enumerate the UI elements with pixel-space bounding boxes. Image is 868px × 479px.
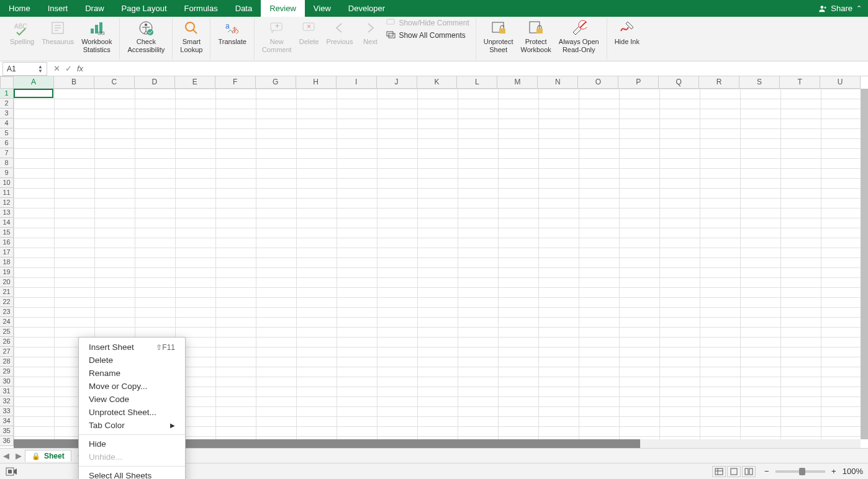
collapse-ribbon-icon[interactable]: ⌃ [856,4,862,12]
column-header[interactable]: D [135,76,175,89]
name-box[interactable]: A1 ▲▼ [2,62,47,76]
smart-lookup-button[interactable]: Smart Lookup [176,18,206,55]
hide-ink-button[interactable]: Hide Ink [611,18,643,47]
row-header[interactable]: 19 [0,267,14,277]
enter-formula-icon[interactable]: ✓ [65,64,72,73]
column-header[interactable]: K [417,76,458,89]
translate-button[interactable]: aあ Translate [214,18,250,47]
row-header[interactable]: 36 [0,436,14,446]
column-header[interactable]: M [497,76,538,89]
row-header[interactable]: 18 [0,257,14,267]
name-box-spinner[interactable]: ▲▼ [38,65,43,73]
row-header[interactable]: 2 [0,99,14,109]
column-header[interactable]: U [820,76,861,89]
row-header[interactable]: 34 [0,416,14,426]
row-header[interactable]: 14 [0,218,14,228]
normal-view-button[interactable] [712,466,726,477]
macro-record-icon[interactable] [5,466,17,477]
ctx-rename[interactable]: Rename [79,367,185,380]
column-header[interactable]: A [14,76,54,89]
column-header[interactable]: H [296,76,337,89]
tab-page-layout[interactable]: Page Layout [113,0,176,17]
tab-home[interactable]: Home [0,0,39,17]
spelling-button[interactable]: ABC Spelling [6,18,38,47]
ctx-select-all-sheets[interactable]: Select All Sheets [79,469,185,479]
fx-label[interactable]: fx [77,64,83,73]
always-open-read-only-button[interactable]: Always Open Read-Only [555,18,603,55]
column-header[interactable]: I [337,76,377,89]
row-header[interactable]: 25 [0,327,14,337]
row-header[interactable]: 3 [0,109,14,119]
unprotect-sheet-button[interactable]: Unprotect Sheet [480,18,517,55]
tab-view[interactable]: View [305,0,340,17]
row-header[interactable]: 28 [0,357,14,367]
ctx-hide[interactable]: Hide [79,437,185,450]
row-header[interactable]: 35 [0,426,14,436]
zoom-out-button[interactable]: − [762,467,772,476]
row-header[interactable]: 26 [0,337,14,347]
row-header[interactable]: 24 [0,317,14,327]
column-header[interactable]: Q [659,76,699,89]
sheet-tab[interactable]: 🔒 Sheet [25,450,71,462]
ctx-view-code[interactable]: View Code [79,393,185,406]
page-layout-view-button[interactable] [727,466,741,477]
row-header[interactable]: 16 [0,238,14,248]
ctx-unprotect-sheet[interactable]: Unprotect Sheet... [79,406,185,419]
delete-comment-button[interactable]: × Delete [296,18,323,47]
tab-developer[interactable]: Developer [340,0,394,17]
select-all-corner[interactable] [0,76,14,89]
row-header[interactable]: 20 [0,277,14,287]
zoom-slider[interactable] [775,470,825,473]
workbook-statistics-button[interactable]: 123 Workbook Statistics [78,18,115,55]
row-header[interactable]: 33 [0,406,14,416]
tab-formulas[interactable]: Formulas [176,0,227,17]
row-header[interactable]: 4 [0,119,14,128]
column-header[interactable]: J [377,76,417,89]
column-header[interactable]: N [538,76,578,89]
column-header[interactable]: O [578,76,618,89]
sheet-nav-next[interactable]: ▶ [12,451,25,460]
row-header[interactable]: 30 [0,377,14,387]
column-header[interactable]: T [780,76,820,89]
zoom-level[interactable]: 100% [843,467,863,476]
row-header[interactable]: 21 [0,287,14,297]
column-header[interactable]: G [256,76,296,89]
sheet-nav-prev[interactable]: ◀ [0,451,12,460]
row-header[interactable]: 11 [0,188,14,198]
formula-input[interactable] [89,62,868,76]
column-header[interactable]: E [175,76,215,89]
tab-review[interactable]: Review [261,0,305,17]
vertical-scrollbar[interactable] [861,89,868,439]
row-header[interactable]: 29 [0,367,14,377]
column-header[interactable]: P [618,76,659,89]
show-hide-comment-button[interactable]: Show/Hide Comment [386,18,469,28]
tab-data[interactable]: Data [227,0,261,17]
row-header[interactable]: 6 [0,138,14,148]
row-header[interactable]: 22 [0,297,14,307]
check-accessibility-button[interactable]: Check Accessibility [124,18,168,55]
column-header[interactable]: F [215,76,256,89]
ctx-delete[interactable]: Delete [79,354,185,367]
row-header[interactable]: 32 [0,396,14,406]
column-header[interactable]: L [457,76,497,89]
thesaurus-button[interactable]: Thesaurus [38,18,78,47]
ctx-move-copy[interactable]: Move or Copy... [79,380,185,393]
row-header[interactable]: 17 [0,248,14,257]
tab-draw[interactable]: Draw [76,0,112,17]
row-header[interactable]: 1 [0,89,14,99]
row-header[interactable]: 27 [0,347,14,357]
row-header[interactable]: 9 [0,168,14,178]
row-header[interactable]: 31 [0,387,14,396]
column-header[interactable]: C [94,76,135,89]
row-header[interactable]: 8 [0,158,14,168]
zoom-in-button[interactable]: + [829,467,839,476]
row-header[interactable]: 7 [0,148,14,158]
row-header[interactable]: 5 [0,128,14,138]
row-header[interactable]: 15 [0,228,14,238]
protect-workbook-button[interactable]: Protect Workbook [517,18,554,55]
tab-insert[interactable]: Insert [39,0,77,17]
column-header[interactable]: B [54,76,94,89]
column-header[interactable]: R [699,76,739,89]
previous-comment-button[interactable]: Previous [323,18,357,47]
row-header[interactable]: 10 [0,178,14,188]
